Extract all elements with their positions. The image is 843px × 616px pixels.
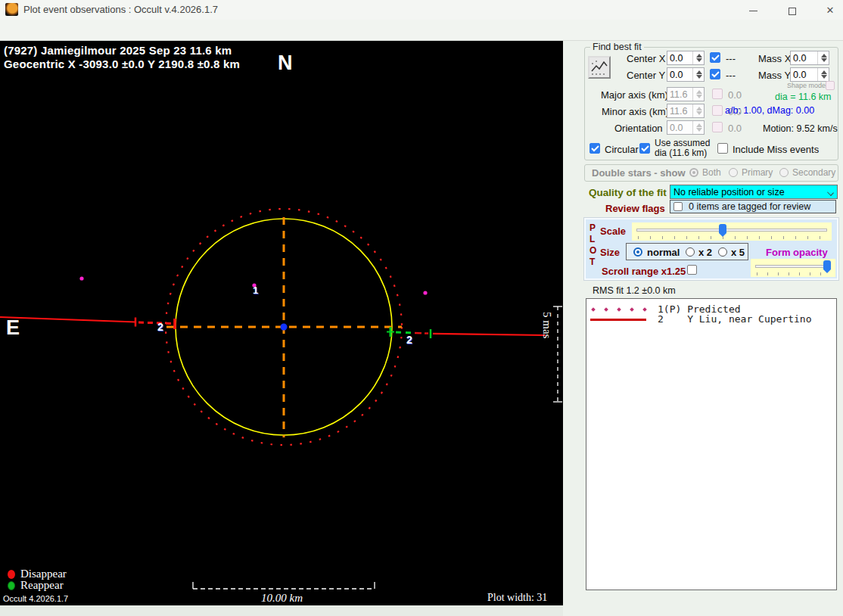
chevron-down-icon [827, 189, 834, 196]
spin-up-icon[interactable] [696, 70, 702, 74]
plot-letter: T [589, 257, 595, 267]
motion-label: Motion: 9.52 km/s [763, 123, 838, 134]
size-normal-radio[interactable] [633, 247, 642, 257]
chord-left [0, 317, 135, 322]
opacity-slider[interactable] [751, 259, 835, 277]
double-stars-label: Double stars - show [592, 167, 686, 179]
app-icon [5, 3, 18, 16]
review-flags-checkbox[interactable] [673, 202, 683, 211]
plot-canvas [0, 41, 563, 605]
chord-number-right: 2 [406, 334, 412, 346]
center-x-checkbox[interactable] [710, 52, 720, 63]
form-opacity-label: Form opacity [766, 247, 828, 258]
legend-reappear: Reappear [20, 579, 64, 592]
spin-down-icon[interactable] [821, 75, 827, 79]
check-icon [641, 145, 649, 152]
maximize-button[interactable] [781, 5, 804, 17]
size-x2-radio[interactable] [686, 247, 695, 257]
observation-name: Y Liu, near Cupertino [687, 313, 811, 325]
slider-ticks [757, 272, 829, 275]
reappear-dot-icon [8, 581, 15, 590]
disappear-uncertainty [138, 322, 173, 324]
spin-down-icon[interactable] [696, 58, 702, 62]
center-y-input[interactable]: 0.0 [667, 67, 705, 82]
quality-dropdown[interactable]: No reliable position or size [670, 185, 838, 199]
use-assumed-label-line2: dia (11.6 km) [655, 148, 707, 158]
spin-up-icon[interactable] [696, 54, 702, 58]
plot-title-line2: Geocentric X -3093.0 ±0.0 Y 2190.8 ±0.8 … [4, 58, 240, 70]
chord-right-dashed [415, 333, 428, 334]
double-primary-radio [729, 168, 738, 177]
spin-up-icon [696, 90, 702, 94]
plot-letter: O [589, 245, 596, 256]
center-x-label: Center X [627, 53, 665, 64]
mass-x-label: Mass X [758, 53, 791, 64]
plot-letter: P [589, 222, 596, 233]
fit-chart-button[interactable] [588, 56, 611, 79]
center-x-input[interactable]: 0.0 [667, 51, 705, 65]
double-secondary-radio [779, 168, 789, 177]
review-flags-box: 0 items are tagged for review [670, 200, 836, 213]
plot-title-line1: (7927) Jamiegilmour 2025 Sep 23 11.6 km [4, 44, 232, 57]
maximize-icon [789, 8, 796, 15]
title-bar: Plot event observations : Occult v.4.202… [0, 0, 843, 20]
chord-number-left: 2 [157, 321, 163, 333]
disappear-dot-icon [8, 570, 15, 579]
review-flags-text: 0 items are tagged for review [689, 201, 810, 212]
list-item[interactable]: 2 Y Liu, near Cupertino [586, 313, 836, 324]
mass-y-input[interactable]: 0.0 [790, 67, 829, 82]
use-assumed-checkbox[interactable] [639, 143, 650, 154]
orientation-input: 0.0 [667, 120, 705, 135]
reappear-uncertainty [396, 332, 412, 333]
rms-fit-label: RMS fit 1.2 ±0.0 km [593, 285, 676, 296]
check-icon [711, 54, 720, 61]
find-best-fit-label: Find best fit [590, 42, 644, 52]
size-x5-radio[interactable] [718, 247, 727, 257]
predicted-chord-number: 1 [253, 285, 258, 296]
size-normal-label: normal [647, 247, 680, 258]
north-label: N [278, 51, 293, 75]
center-y-checkbox[interactable] [710, 69, 720, 79]
scale-slider-thumb[interactable] [719, 224, 726, 237]
circular-checkbox[interactable] [589, 143, 600, 154]
plot-area[interactable]: (7927) Jamiegilmour 2025 Sep 23 11.6 km … [0, 41, 563, 605]
include-miss-checkbox[interactable] [717, 143, 728, 154]
orientation-error: 0.0 [728, 123, 742, 134]
list-item[interactable]: 1(P) Predicted [586, 303, 836, 314]
plot-letter: L [589, 234, 595, 244]
dotted-line-sample [604, 307, 608, 312]
minor-axis-input: 11.6 [667, 104, 705, 118]
spin-up-icon[interactable] [821, 70, 827, 74]
spin-up-icon[interactable] [821, 54, 827, 58]
orientation-checkbox [712, 122, 723, 132]
dotted-line-sample [591, 307, 596, 312]
scroll-range-label: Scroll range x1.25 [602, 266, 686, 277]
slider-ticks [638, 236, 826, 239]
quality-label: Quality of the fit [589, 187, 667, 198]
size-label: Size [600, 247, 620, 258]
chart-icon [589, 58, 609, 77]
check-icon [591, 145, 599, 152]
spin-down-icon[interactable] [821, 58, 827, 62]
mass-x-input[interactable]: 0.0 [790, 51, 829, 65]
slider-groove [636, 229, 827, 232]
mass-y-label: Mass Y [758, 70, 791, 81]
center-x-flag: --- [726, 53, 736, 64]
spin-down-icon[interactable] [696, 75, 702, 79]
chord-right [433, 334, 546, 335]
minimize-button[interactable] [742, 5, 764, 17]
spin-up-icon [696, 107, 702, 110]
solid-line-sample [590, 319, 646, 321]
mas-scale-label: 5 mas [540, 312, 553, 338]
ab-dmag-label: a/b: 1.00, dMag: 0.00 [725, 105, 814, 116]
shape-model-checkbox [826, 81, 835, 90]
opacity-slider-thumb[interactable] [823, 260, 831, 273]
observation-id: 2 [658, 313, 681, 325]
double-primary-label: Primary [742, 167, 773, 178]
spin-down-icon [696, 95, 702, 98]
close-button[interactable]: ✕ [819, 5, 841, 17]
scale-slider[interactable] [632, 222, 832, 241]
check-icon [711, 71, 720, 78]
observations-list[interactable]: 1(P) Predicted 2 Y Liu, near Cupertino [586, 298, 837, 590]
scroll-range-checkbox[interactable] [687, 265, 697, 275]
